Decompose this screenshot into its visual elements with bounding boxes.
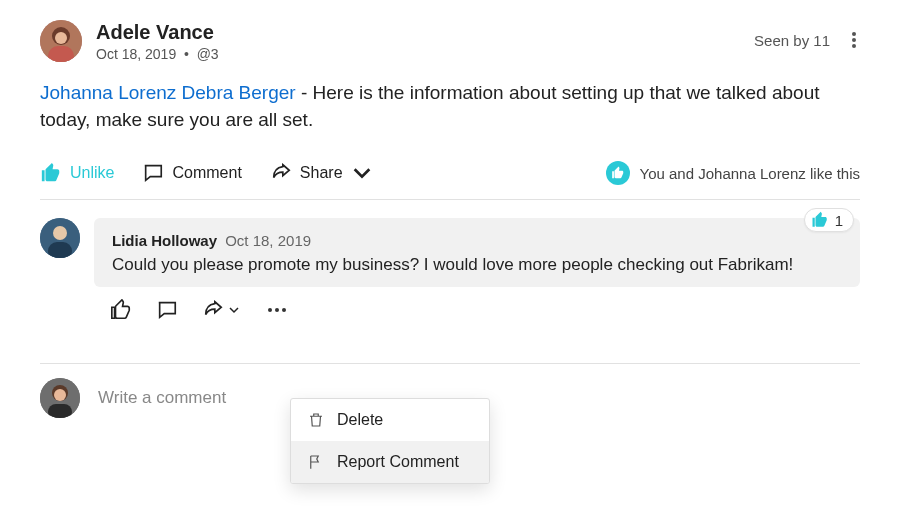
svg-rect-6 <box>48 242 72 258</box>
post-card: Adele Vance Oct 18, 2019 • @3 Seen by 11… <box>0 0 900 514</box>
comment-more-button[interactable] <box>264 302 290 318</box>
unlike-label: Unlike <box>70 164 114 182</box>
like-badge-icon <box>606 161 630 185</box>
post-mention-id: @3 <box>197 46 219 62</box>
like-summary[interactable]: You and Johanna Lorenz like this <box>606 161 860 185</box>
share-label: Share <box>300 164 343 182</box>
comment-date: Oct 18, 2019 <box>225 232 311 249</box>
comment-column: 1 Lidia Holloway Oct 18, 2019 Could you … <box>94 218 860 321</box>
post-meta: Adele Vance Oct 18, 2019 • @3 <box>96 20 740 62</box>
menu-report-label: Report Comment <box>337 453 459 471</box>
post-action-bar: Unlike Comment Share You and Johanna Lor… <box>40 155 860 200</box>
mention-link[interactable]: Debra Berger <box>182 82 296 103</box>
thumb-up-icon <box>40 162 62 184</box>
mention-link[interactable]: Johanna Lorenz <box>40 82 176 103</box>
share-button[interactable]: Share <box>270 162 373 184</box>
svg-rect-10 <box>48 404 72 418</box>
comment-icon <box>142 162 164 184</box>
comment-like-count: 1 <box>835 212 843 229</box>
comment-actions <box>94 291 860 321</box>
comment-block: 1 Lidia Holloway Oct 18, 2019 Could you … <box>40 218 860 321</box>
thumb-up-icon <box>811 211 829 229</box>
author-avatar[interactable] <box>40 20 82 62</box>
post-timestamp: Oct 18, 2019 • @3 <box>96 46 740 62</box>
svg-point-3 <box>55 32 67 44</box>
trash-icon <box>307 411 325 429</box>
comment-reply-button[interactable] <box>156 299 178 321</box>
header-right: Seen by 11 <box>754 20 860 52</box>
chevron-down-icon <box>351 162 373 184</box>
post-header: Adele Vance Oct 18, 2019 • @3 Seen by 11 <box>40 20 860 62</box>
comment-head: Lidia Holloway Oct 18, 2019 <box>112 232 842 249</box>
comment-text: Could you please promote my business? I … <box>112 253 842 277</box>
comment-context-menu: Delete Report Comment <box>290 398 490 484</box>
comment-bubble: 1 Lidia Holloway Oct 18, 2019 Could you … <box>94 218 860 287</box>
author-name[interactable]: Adele Vance <box>96 20 740 44</box>
comment-share-button[interactable] <box>202 299 240 321</box>
seen-by-label[interactable]: Seen by 11 <box>754 32 830 49</box>
comment-label: Comment <box>172 164 241 182</box>
menu-delete[interactable]: Delete <box>291 399 489 441</box>
menu-delete-label: Delete <box>337 411 383 429</box>
comment-author-name[interactable]: Lidia Holloway <box>112 232 217 249</box>
chevron-down-icon <box>228 304 240 316</box>
post-more-icon[interactable] <box>848 28 860 52</box>
unlike-button[interactable]: Unlike <box>40 162 114 184</box>
comment-author-avatar[interactable] <box>40 218 80 258</box>
comment-like-button[interactable] <box>110 299 132 321</box>
svg-point-9 <box>54 389 66 401</box>
comment-like-badge[interactable]: 1 <box>804 208 854 232</box>
post-date: Oct 18, 2019 <box>96 46 176 62</box>
menu-report-comment[interactable]: Report Comment <box>291 441 489 483</box>
flag-icon <box>307 453 325 471</box>
current-user-avatar[interactable] <box>40 378 80 418</box>
comment-button[interactable]: Comment <box>142 162 241 184</box>
svg-rect-2 <box>48 46 74 62</box>
dot-separator: • <box>184 46 189 62</box>
post-body: Johanna Lorenz Debra Berger - Here is th… <box>40 80 860 133</box>
svg-point-5 <box>53 226 67 240</box>
share-icon <box>270 162 292 184</box>
like-summary-text: You and Johanna Lorenz like this <box>640 165 860 182</box>
